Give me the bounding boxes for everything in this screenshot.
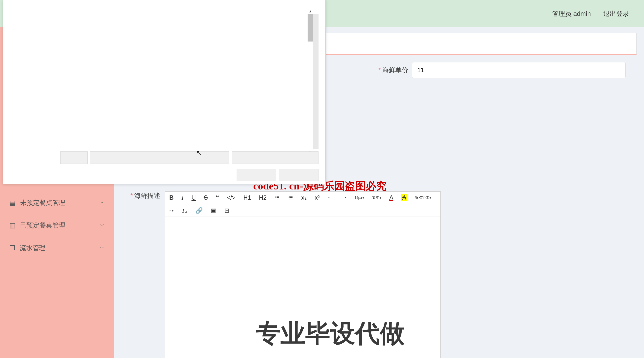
dropdown-list[interactable]: ▴ ▾ xyxy=(6,14,318,149)
footer-box[interactable] xyxy=(60,151,88,164)
clear-format-button[interactable]: Tₓ xyxy=(182,207,188,214)
ordered-list-button[interactable] xyxy=(274,195,280,200)
dropdown-footer xyxy=(6,151,318,181)
superscript-button[interactable]: x² xyxy=(315,194,320,201)
sidebar-item-label: 已预定餐桌管理 xyxy=(20,221,65,230)
editor-toolbar: B I U S ❝ </> H1 H2 x₂ x² 14px 文本 A xyxy=(165,192,440,217)
chevron-down-icon: ﹀ xyxy=(100,223,104,229)
image-button[interactable]: ▣ xyxy=(211,207,216,214)
subscript-button[interactable]: x₂ xyxy=(302,194,307,201)
bold-button[interactable]: B xyxy=(169,194,174,201)
fontsize-select[interactable]: 14px xyxy=(354,196,364,200)
admin-label: 管理员 admin xyxy=(552,10,591,18)
footer-box[interactable] xyxy=(279,169,318,181)
h2-button[interactable]: H2 xyxy=(259,194,267,201)
big-caption: 专业毕设代做 xyxy=(256,317,405,350)
fontcolor-button[interactable]: A xyxy=(389,194,393,201)
list-icon: ▤ xyxy=(10,199,16,207)
video-button[interactable]: ⊟ xyxy=(224,207,230,214)
chevron-down-icon: ﹀ xyxy=(100,245,104,251)
svg-point-0 xyxy=(289,196,290,197)
quote-button[interactable]: ❝ xyxy=(216,194,219,201)
cursor-icon: ↖ xyxy=(196,149,202,157)
svg-point-1 xyxy=(289,197,290,198)
link-button[interactable]: 🔗 xyxy=(196,207,203,214)
italic-button[interactable]: I xyxy=(182,195,184,201)
h1-button[interactable]: H1 xyxy=(243,194,251,201)
align-select[interactable]: ≡ xyxy=(169,209,174,213)
dropdown-popup: ▴ ▾ xyxy=(3,0,326,184)
scrollbar-thumb[interactable] xyxy=(308,14,313,42)
sidebar-item-reserved[interactable]: ▥ 已预定餐桌管理 ﹀ xyxy=(0,214,114,237)
code-button[interactable]: </> xyxy=(227,194,236,201)
indent-button[interactable] xyxy=(341,195,346,200)
logout-link[interactable]: 退出登录 xyxy=(603,10,629,18)
underline-button[interactable]: U xyxy=(192,194,196,201)
unordered-list-button[interactable] xyxy=(288,195,294,200)
copy-icon: ❐ xyxy=(10,244,15,252)
textmode-select[interactable]: 文本 xyxy=(372,196,381,200)
price-input[interactable] xyxy=(412,62,626,78)
footer-box[interactable] xyxy=(236,169,276,181)
archive-icon: ▥ xyxy=(10,222,16,229)
sidebar-item-flow[interactable]: ❐ 流水管理 ﹀ xyxy=(0,237,114,259)
sidebar-item-unreserved[interactable]: ▤ 未预定餐桌管理 ﹀ xyxy=(0,192,114,214)
outdent-button[interactable] xyxy=(328,195,333,200)
strike-button[interactable]: S xyxy=(204,194,208,201)
bgcolor-button[interactable]: A xyxy=(401,194,407,201)
footer-box[interactable] xyxy=(90,151,229,164)
footer-box[interactable] xyxy=(232,151,318,164)
desc-label: *海鲜描述 xyxy=(130,192,160,200)
fontfamily-select[interactable]: 标准字体 xyxy=(415,196,431,200)
sidebar-item-label: 流水管理 xyxy=(20,244,46,252)
scroll-up-arrow[interactable]: ▴ xyxy=(308,9,312,14)
sidebar-item-label: 未预定餐桌管理 xyxy=(20,198,65,207)
chevron-down-icon: ﹀ xyxy=(100,200,104,206)
svg-point-2 xyxy=(289,199,290,200)
